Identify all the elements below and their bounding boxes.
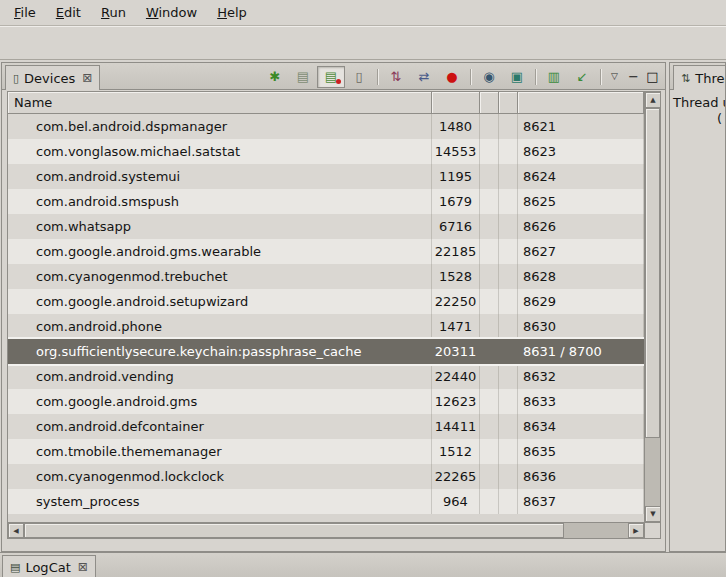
process-name: com.android.vending	[8, 364, 432, 389]
empty-cell	[499, 289, 518, 314]
empty-cell	[480, 114, 499, 139]
process-port: 8627	[518, 239, 644, 264]
menu-item[interactable]: Help	[207, 2, 257, 23]
table-row[interactable]: com.tmobile.thememanager 1512 8635	[8, 439, 644, 464]
empty-cell	[499, 164, 518, 189]
scroll-right-icon[interactable]: ▶	[628, 523, 644, 538]
process-pid: 1480	[432, 114, 480, 139]
process-port: 8625	[518, 189, 644, 214]
menu-item[interactable]: File	[4, 2, 46, 23]
toolbar-button[interactable]: ▤	[317, 66, 345, 88]
table-row[interactable]: com.cyanogenmod.trebuchet 1528 8628	[8, 264, 644, 289]
table-row[interactable]: com.android.phone 1471 8630	[8, 314, 644, 339]
column-header-pid[interactable]	[432, 92, 480, 114]
threads-panel: ⇅ Threa Thread up (	[669, 62, 726, 552]
threads-message-line1: Thread up	[673, 95, 722, 111]
empty-cell	[499, 414, 518, 439]
minimize-button[interactable]: −	[624, 66, 643, 88]
table-row[interactable]: system_process 964 8637	[8, 489, 644, 514]
threads-message-line2: (	[673, 111, 722, 127]
main-toolbar	[0, 26, 726, 60]
scroll-up-icon[interactable]: ▲	[645, 92, 661, 108]
table-row[interactable]: com.android.systemui 1195 8624	[8, 164, 644, 189]
toolbar-button[interactable]: ▤	[289, 66, 317, 88]
table-row[interactable]: com.android.defcontainer 14411 8634	[8, 414, 644, 439]
empty-cell	[480, 389, 499, 414]
empty-cell	[499, 239, 518, 264]
column-header-port[interactable]	[518, 92, 644, 114]
horizontal-scrollbar-track[interactable]	[564, 523, 628, 538]
devices-toolbar: ✱ ▤ ▤ ▯	[261, 65, 662, 88]
vertical-scrollbar-track[interactable]	[645, 438, 660, 506]
toolbar-button[interactable]: ▯	[345, 66, 373, 88]
process-port: 8636	[518, 464, 644, 489]
empty-cell	[480, 364, 499, 389]
column-header[interactable]	[499, 92, 518, 114]
maximize-icon: □	[646, 70, 658, 83]
close-icon[interactable]: ⊠	[78, 561, 88, 573]
process-name: com.cyanogenmod.trebuchet	[8, 264, 432, 289]
empty-cell	[480, 314, 499, 339]
vertical-scrollbar[interactable]: ▲ ▼	[644, 92, 660, 522]
debug-process-icon: ✱	[270, 70, 281, 83]
horizontal-scrollbar-thumb[interactable]	[24, 523, 564, 538]
table-row[interactable]: com.google.android.gms 12623 8633	[8, 389, 644, 414]
table-row[interactable]: com.android.vending 22440 8632	[8, 364, 644, 389]
process-name: com.google.android.setupwizard	[8, 289, 432, 314]
dump-view-hierarchy-icon: ▥	[548, 70, 560, 83]
close-icon[interactable]: ⊠	[82, 72, 92, 84]
table-row[interactable]: com.whatsapp 6716 8626	[8, 214, 644, 239]
toolbar-button[interactable]: ↙	[568, 66, 596, 88]
process-pid: 964	[432, 489, 480, 514]
table-row[interactable]: com.bel.android.dspmanager 1480 8621	[8, 114, 644, 139]
process-pid: 6716	[432, 214, 480, 239]
maximize-button[interactable]: □	[643, 66, 662, 88]
tab-devices-label: Devices	[24, 71, 75, 86]
table-row[interactable]: com.android.smspush 1679 8625	[8, 189, 644, 214]
column-header[interactable]	[480, 92, 499, 114]
table-row[interactable]: com.google.android.gms.wearable 22185 86…	[8, 239, 644, 264]
empty-cell	[499, 439, 518, 464]
empty-cell	[499, 214, 518, 239]
toolbar-button[interactable]: ●	[438, 66, 466, 88]
logcat-strip: ▤ LogCat ⊠	[0, 552, 726, 577]
column-header-name[interactable]: Name	[8, 92, 432, 114]
process-port: 8632	[518, 364, 644, 389]
threads-tabbar: ⇅ Threa	[670, 63, 725, 90]
process-port: 8628	[518, 264, 644, 289]
empty-cell	[480, 139, 499, 164]
empty-cell	[480, 414, 499, 439]
tab-devices[interactable]: ▯ Devices ⊠	[5, 65, 100, 90]
scroll-left-icon[interactable]: ◀	[8, 523, 24, 538]
scroll-down-icon[interactable]: ▼	[645, 506, 661, 522]
table-row[interactable]: com.google.android.setupwizard 22250 862…	[8, 289, 644, 314]
process-name: com.android.smspush	[8, 189, 432, 214]
tab-logcat[interactable]: ▤ LogCat ⊠	[2, 555, 96, 577]
table-row[interactable]: com.vonglasow.michael.satstat 14553 8623	[8, 139, 644, 164]
horizontal-scrollbar[interactable]: ◀ ▶	[8, 522, 644, 538]
toolbar-button[interactable]: ⇄	[410, 66, 438, 88]
view-menu-button[interactable]: ▽	[605, 66, 624, 88]
vertical-scrollbar-thumb[interactable]	[645, 108, 660, 438]
process-pid: 22265	[432, 464, 480, 489]
menu-item[interactable]: Window	[136, 2, 207, 23]
toolbar-button[interactable]: ▥	[540, 66, 568, 88]
threads-icon: ⇅	[681, 73, 690, 84]
process-pid: 1512	[432, 439, 480, 464]
process-port: 8624	[518, 164, 644, 189]
tab-logcat-label: LogCat	[25, 560, 70, 575]
table-row[interactable]: com.cyanogenmod.lockclock 22265 8636	[8, 464, 644, 489]
empty-cell	[499, 314, 518, 339]
empty-cell	[499, 339, 518, 364]
table-row[interactable]: org.sufficientlysecure.keychain:passphra…	[8, 339, 644, 364]
tab-threads[interactable]: ⇅ Threa	[673, 65, 726, 90]
toolbar-button[interactable]: ✱	[261, 66, 289, 88]
empty-cell	[480, 489, 499, 514]
empty-cell	[499, 264, 518, 289]
toolbar-button[interactable]: ◉	[475, 66, 503, 88]
menu-item[interactable]: Edit	[46, 2, 91, 23]
toolbar-button[interactable]: ⇅	[382, 66, 410, 88]
process-port: 8637	[518, 489, 644, 514]
menu-item[interactable]: Run	[91, 2, 136, 23]
toolbar-button[interactable]: ▣	[503, 66, 531, 88]
